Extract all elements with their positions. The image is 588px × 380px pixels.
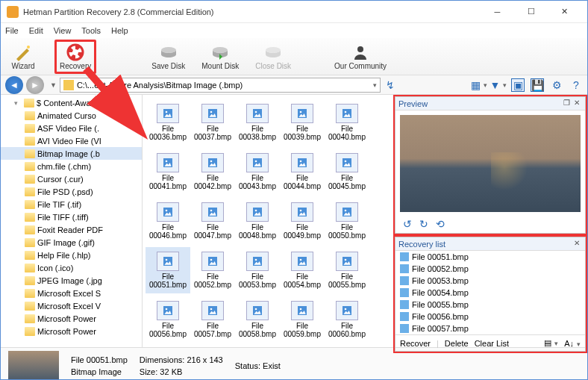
save-layout-button[interactable]: 💾: [531, 78, 544, 92]
title-bar: Hetman Partition Recovery 2.8 (Commercia…: [1, 1, 587, 23]
wand-icon: [14, 43, 32, 61]
tree-item[interactable]: GIF Image (.gif): [1, 236, 142, 249]
address-input[interactable]: C:\...ent-Aware Analysis\Bitmap Image (.…: [60, 78, 381, 93]
tree-item[interactable]: File PSD (.psd): [1, 185, 142, 198]
rotate-right-button[interactable]: ↻: [419, 218, 428, 230]
tree-item-label: Microsoft Power: [37, 327, 96, 336]
tree-item[interactable]: Bitmap Image (.b: [1, 147, 142, 160]
nav-forward-button[interactable]: ►: [26, 76, 44, 94]
tree-item[interactable]: Help File (.hlp): [1, 249, 142, 261]
recovery-list-item[interactable]: File 00055.bmp: [395, 299, 585, 311]
wizard-button[interactable]: Wizard: [8, 43, 38, 70]
file-item[interactable]: File00048.bmp: [235, 198, 280, 244]
file-item[interactable]: File00050.bmp: [325, 198, 369, 244]
refresh-button[interactable]: ↯: [384, 78, 397, 92]
tree-item[interactable]: Microsoft Power: [1, 312, 142, 325]
nav-history-dropdown[interactable]: ▼: [50, 81, 57, 89]
recovery-list-item[interactable]: File 00054.bmp: [395, 287, 585, 299]
mount-disk-button[interactable]: Mount Disk: [201, 43, 239, 70]
tree-item[interactable]: ASF Video File (.: [1, 122, 142, 134]
maximize-button[interactable]: ☐: [514, 1, 548, 22]
menu-edit[interactable]: Edit: [29, 26, 43, 35]
minimize-button[interactable]: ─: [481, 1, 514, 22]
file-item[interactable]: File00061.bmp: [146, 346, 190, 347]
menu-help[interactable]: Help: [111, 26, 128, 35]
svg-point-41: [255, 259, 257, 261]
tree-item[interactable]: Icon (.ico): [1, 261, 142, 274]
file-item[interactable]: File00056.bmp: [146, 296, 190, 343]
clear-list-button[interactable]: Clear List: [475, 339, 509, 348]
file-item[interactable]: File00042.bmp: [190, 149, 235, 195]
menu-tools[interactable]: Tools: [81, 26, 101, 35]
help-button[interactable]: ?: [569, 78, 583, 92]
menu-file[interactable]: File: [5, 26, 19, 35]
recovery-list-item[interactable]: File 00056.bmp: [395, 311, 585, 323]
disk-close-icon: [264, 43, 282, 61]
tree-item[interactable]: Foxit Reader PDF: [1, 223, 142, 236]
tree-item[interactable]: JPEG Image (.jpg: [1, 274, 142, 287]
recovery-list-item[interactable]: File 00053.bmp: [395, 275, 585, 287]
tree-item[interactable]: AVI Video File (VI: [1, 134, 142, 147]
popout-icon[interactable]: ❐: [561, 99, 572, 109]
file-item[interactable]: File00036.bmp: [146, 99, 190, 146]
options-button[interactable]: ⚙: [550, 78, 563, 92]
recovery-button[interactable]: Recovery: [54, 40, 96, 74]
tree-item[interactable]: Cursor (.cur): [1, 172, 142, 185]
file-item[interactable]: File00044.bmp: [280, 149, 325, 195]
file-item[interactable]: File00063.bmp: [235, 346, 280, 347]
recovery-list[interactable]: File 00051.bmpFile 00052.bmpFile 00053.b…: [395, 251, 585, 334]
tree-item[interactable]: Microsoft Excel S: [1, 287, 142, 299]
file-item[interactable]: File00043.bmp: [235, 149, 280, 195]
file-item[interactable]: File00045.bmp: [325, 149, 369, 195]
tree-item[interactable]: Animated Curso: [1, 109, 142, 122]
file-item[interactable]: File00062.bmp: [190, 346, 235, 347]
file-item[interactable]: File00060.bmp: [325, 296, 369, 343]
file-grid[interactable]: File00036.bmpFile00037.bmpFile00038.bmpF…: [143, 95, 393, 347]
file-item[interactable]: File00039.bmp: [280, 99, 325, 146]
filter-button[interactable]: ▼▾: [492, 78, 505, 92]
preview-toggle-button[interactable]: ▣: [511, 78, 525, 92]
file-item[interactable]: File00053.bmp: [235, 247, 280, 293]
close-button[interactable]: ✕: [548, 1, 581, 22]
file-item[interactable]: File00051.bmp: [146, 247, 190, 293]
image-file-icon: [246, 153, 269, 172]
recovery-list-item[interactable]: File 00052.bmp: [395, 263, 585, 275]
file-item[interactable]: File00047.bmp: [190, 198, 235, 244]
file-item[interactable]: File00054.bmp: [280, 247, 325, 293]
tree-item[interactable]: Microsoft Excel V: [1, 299, 142, 312]
file-item[interactable]: File00038.bmp: [235, 99, 280, 146]
file-item[interactable]: File00049.bmp: [280, 198, 325, 244]
community-button[interactable]: Our Community: [334, 43, 387, 70]
file-item[interactable]: File00041.bmp: [146, 149, 190, 195]
recovery-list-item[interactable]: File 00057.bmp: [395, 323, 585, 334]
tree-item[interactable]: Microsoft Power: [1, 325, 142, 337]
tree-item[interactable]: chm.file (.chm): [1, 160, 142, 172]
tree-item[interactable]: File TIFF (.tiff): [1, 211, 142, 223]
folder-tree[interactable]: ▾$ Content-Aware A...Animated CursoASF V…: [1, 95, 143, 347]
chevron-down-icon[interactable]: ▾: [373, 81, 377, 89]
nav-back-button[interactable]: ◄: [5, 76, 23, 94]
file-item[interactable]: File00046.bmp: [146, 198, 190, 244]
reset-rotation-button[interactable]: ⟲: [436, 218, 445, 230]
recover-button[interactable]: Recover: [400, 339, 431, 348]
file-item[interactable]: File00059.bmp: [280, 296, 325, 343]
rotate-left-button[interactable]: ↺: [403, 218, 412, 230]
file-item[interactable]: File00058.bmp: [235, 296, 280, 343]
tree-item[interactable]: File TIF (.tif): [1, 198, 142, 211]
menu-view[interactable]: View: [54, 26, 72, 35]
list-view-button[interactable]: ▤▾: [544, 338, 558, 348]
file-item[interactable]: File00057.bmp: [190, 296, 235, 343]
file-item[interactable]: File00040.bmp: [325, 99, 369, 146]
view-options-button[interactable]: ▦▾: [472, 78, 486, 92]
recovery-list-item[interactable]: File 00051.bmp: [395, 251, 585, 263]
file-item[interactable]: File00055.bmp: [325, 247, 369, 293]
delete-button[interactable]: Delete: [445, 339, 469, 348]
close-disk-button[interactable]: Close Disk: [255, 43, 291, 70]
file-item[interactable]: File00037.bmp: [190, 99, 235, 146]
file-item[interactable]: File00052.bmp: [190, 247, 235, 293]
save-disk-button[interactable]: Save Disk: [151, 43, 185, 70]
sort-button[interactable]: A↓▾: [564, 339, 581, 348]
close-recovery-list-icon[interactable]: ✕: [572, 239, 582, 249]
tree-root[interactable]: ▾$ Content-Aware A...: [1, 96, 142, 109]
close-preview-icon[interactable]: ✕: [572, 99, 582, 109]
